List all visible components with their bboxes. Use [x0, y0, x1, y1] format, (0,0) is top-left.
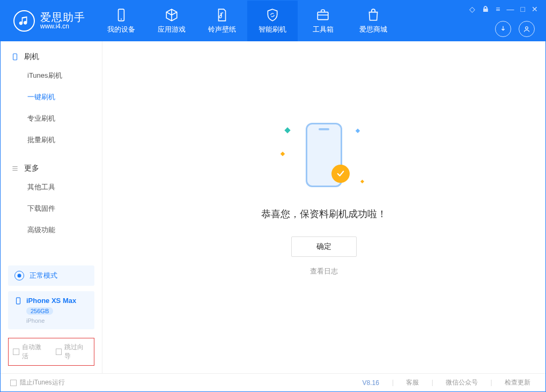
svg-rect-4: [13, 54, 17, 60]
briefcase-icon: [316, 8, 330, 22]
music-file-icon: [215, 8, 229, 22]
checkbox-icon: [56, 349, 62, 355]
svg-point-3: [526, 27, 528, 29]
sidebar-item-pro-flash[interactable]: 专业刷机: [1, 108, 102, 129]
checkbox-block-itunes[interactable]: 阻止iTunes运行: [10, 378, 65, 387]
list-icon: [11, 165, 19, 172]
checkbox-icon: [13, 349, 19, 355]
tab-ringtones[interactable]: 铃声壁纸: [197, 1, 247, 41]
sidebar-item-advanced[interactable]: 高级功能: [1, 219, 102, 241]
svg-point-1: [121, 18, 122, 19]
bag-icon: [366, 8, 380, 22]
download-button[interactable]: [495, 21, 511, 37]
sidebar-item-other-tools[interactable]: 其他工具: [1, 176, 102, 198]
mode-dot-icon: [14, 271, 24, 280]
shield-refresh-icon: [265, 8, 279, 22]
logo: 爱思助手 www.i4.cn: [1, 1, 96, 41]
logo-subtitle: www.i4.cn: [40, 23, 85, 30]
check-badge-icon: [331, 165, 350, 183]
ok-button[interactable]: 确定: [291, 236, 357, 257]
checkbox-skip-guide[interactable]: 跳过向导: [56, 343, 90, 361]
view-log-link[interactable]: 查看日志: [310, 267, 338, 276]
sidebar-group-more: 更多: [1, 160, 102, 176]
maximize-icon[interactable]: □: [521, 5, 525, 13]
logo-title: 爱思助手: [40, 11, 85, 23]
app-header: 爱思助手 www.i4.cn 我的设备 应用游戏 铃声壁纸 智能刷机 工具箱 爱…: [1, 1, 545, 41]
shirt-icon[interactable]: ◇: [469, 5, 475, 13]
main-content: 恭喜您，保资料刷机成功啦！ 确定 查看日志: [102, 41, 545, 373]
success-illustration: [265, 117, 383, 193]
header-actions: [495, 21, 535, 37]
menu-icon[interactable]: ≡: [496, 5, 500, 13]
version-label: V8.16: [363, 379, 379, 387]
sidebar: 刷机 iTunes刷机 一键刷机 专业刷机 批量刷机 更多 其他工具 下载固件 …: [1, 41, 102, 373]
device-info[interactable]: iPhone XS Max 256GB iPhone: [8, 291, 94, 329]
sidebar-item-download-firmware[interactable]: 下载固件: [1, 198, 102, 219]
link-wechat[interactable]: 微信公众号: [446, 379, 478, 386]
window-controls: ◇ 🔒︎ ≡ — □ ✕: [469, 5, 538, 13]
sidebar-item-itunes-flash[interactable]: iTunes刷机: [1, 65, 102, 86]
checkbox-auto-activate[interactable]: 自动激活: [13, 343, 47, 361]
sidebar-group-flash: 刷机: [1, 49, 102, 65]
logo-icon: [13, 10, 35, 32]
mode-indicator[interactable]: 正常模式: [8, 265, 94, 286]
tab-my-device[interactable]: 我的设备: [96, 1, 146, 41]
cube-icon: [165, 8, 179, 22]
tab-toolbox[interactable]: 工具箱: [298, 1, 348, 41]
device-type: iPhone: [26, 317, 88, 324]
phone-icon: [11, 53, 19, 61]
footer: 阻止iTunes运行 V8.16 | 客服 | 微信公众号 | 检查更新: [1, 373, 545, 391]
tab-store[interactable]: 爱思商城: [348, 1, 399, 41]
sidebar-item-oneclick-flash[interactable]: 一键刷机: [1, 86, 102, 108]
sidebar-item-batch-flash[interactable]: 批量刷机: [1, 129, 102, 151]
svg-rect-5: [17, 298, 20, 304]
success-message: 恭喜您，保资料刷机成功啦！: [261, 208, 387, 220]
lock-icon[interactable]: 🔒︎: [482, 5, 489, 13]
link-check-update[interactable]: 检查更新: [505, 379, 530, 386]
tab-flash[interactable]: 智能刷机: [247, 1, 298, 41]
minimize-icon[interactable]: —: [507, 5, 514, 13]
device-icon: [114, 8, 128, 22]
device-capacity: 256GB: [26, 307, 53, 315]
phone-small-icon: [14, 297, 22, 305]
link-support[interactable]: 客服: [406, 379, 419, 386]
account-button[interactable]: [519, 21, 535, 37]
device-name: iPhone XS Max: [26, 297, 76, 305]
checkbox-icon: [10, 380, 17, 386]
close-icon[interactable]: ✕: [532, 5, 538, 13]
tab-apps[interactable]: 应用游戏: [146, 1, 197, 41]
footer-links: | 客服 | 微信公众号 | 检查更新: [387, 378, 536, 387]
svg-rect-2: [318, 12, 328, 19]
flash-options-highlight: 自动激活 跳过向导: [8, 338, 94, 366]
